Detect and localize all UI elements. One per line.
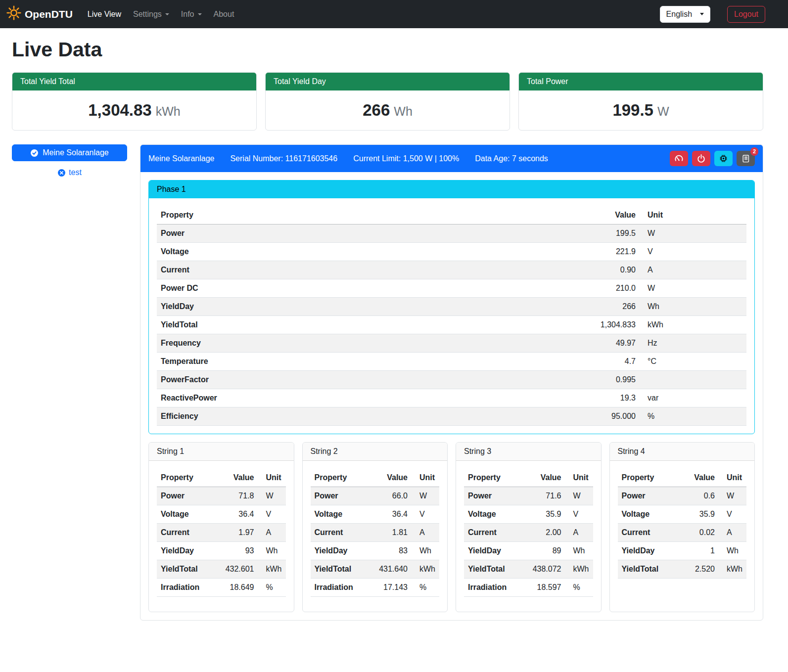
table-row: Power0.6W: [618, 487, 747, 505]
value-cell: 17.143: [375, 579, 412, 597]
string-table: Property Value Unit Power71.8WVoltage36.…: [157, 469, 286, 597]
column-unit: Unit: [412, 469, 439, 487]
nav-about[interactable]: About: [208, 6, 240, 23]
value-cell: 36.4: [375, 505, 412, 524]
value-cell: 83: [375, 542, 412, 560]
table-row: Current0.90A: [157, 261, 746, 279]
table-row: Irradiation18.649%: [157, 579, 286, 597]
value-cell: 1.81: [375, 524, 412, 542]
table-row: YieldDay266Wh: [157, 298, 746, 316]
value-cell: 1,304.833: [565, 316, 640, 334]
property-cell: Power DC: [157, 279, 565, 298]
logout-button[interactable]: Logout: [727, 6, 765, 23]
value-cell: 221.9: [565, 243, 640, 261]
unit-cell: A: [258, 524, 286, 542]
chevron-down-icon: [165, 13, 169, 15]
column-unit: Unit: [565, 469, 593, 487]
events-badge: 2: [750, 147, 758, 156]
unit-cell: %: [565, 579, 593, 597]
unit-cell: V: [258, 505, 286, 524]
unit-cell: A: [412, 524, 439, 542]
limit-settings-button[interactable]: [670, 151, 688, 166]
table-row: Power66.0W: [311, 487, 440, 505]
unit-cell: kWh: [640, 316, 746, 334]
nav-info[interactable]: Info: [175, 6, 208, 23]
navbar: OpenDTU Live View Settings Info About En…: [0, 0, 788, 28]
column-value: Value: [565, 206, 640, 224]
table-row: YieldDay93Wh: [157, 542, 286, 560]
value-cell: 2.00: [529, 524, 565, 542]
nav-settings-label: Settings: [133, 10, 162, 19]
unit-cell: W: [640, 224, 746, 243]
string-title: String 4: [610, 443, 755, 461]
value-cell: 0.995: [565, 371, 640, 389]
filter-test-link[interactable]: test: [69, 168, 82, 177]
string-table: Property Value Unit Power0.6WVoltage35.9…: [618, 469, 747, 579]
inverter-panel: Meine Solaranlage Serial Number: 1161716…: [140, 144, 763, 621]
table-row: YieldTotal431.640kWh: [311, 560, 440, 579]
nav-right: English Logout: [660, 6, 765, 23]
phase-table: Property Value Unit Power199.5WVoltage22…: [157, 206, 746, 426]
table-row: YieldTotal432.601kWh: [157, 560, 286, 579]
nav-settings[interactable]: Settings: [127, 6, 175, 23]
property-cell: YieldDay: [311, 542, 375, 560]
inverter-select-button[interactable]: Meine Solaranlage: [12, 144, 127, 161]
property-cell: YieldTotal: [311, 560, 375, 579]
power-button[interactable]: [692, 151, 710, 166]
inverter-limit: Current Limit: 1,500 W | 100%: [353, 154, 459, 163]
value-cell: 95.000: [565, 407, 640, 426]
column-property: Property: [464, 469, 529, 487]
table-row: YieldDay83Wh: [311, 542, 440, 560]
table-row: Power71.6W: [464, 487, 593, 505]
nav-live-view[interactable]: Live View: [82, 6, 127, 23]
string-title: String 1: [149, 443, 294, 461]
property-cell: YieldTotal: [618, 560, 684, 579]
table-row: Power71.8W: [157, 487, 286, 505]
unit-cell: Wh: [258, 542, 286, 560]
language-select[interactable]: English: [660, 6, 710, 23]
inverter-data-age: Data Age: 7 seconds: [475, 154, 548, 163]
unit-cell: W: [719, 487, 746, 505]
property-cell: Voltage: [311, 505, 375, 524]
value-cell: 19.3: [565, 389, 640, 407]
unit-cell: W: [565, 487, 593, 505]
property-cell: Power: [618, 487, 684, 505]
card-unit: W: [657, 104, 669, 118]
card-value: 266: [363, 101, 390, 119]
device-info-button[interactable]: [714, 151, 733, 166]
value-cell: 2.520: [683, 560, 719, 579]
string-body: Property Value Unit Power71.8WVoltage36.…: [149, 461, 294, 612]
value-cell: 266: [565, 298, 640, 316]
property-cell: Frequency: [157, 334, 565, 353]
property-cell: Current: [157, 524, 222, 542]
table-row: Current1.81A: [311, 524, 440, 542]
card-body: 199.5W: [519, 90, 763, 130]
table-row: Voltage35.9V: [618, 505, 747, 524]
event-log-button[interactable]: 2: [737, 151, 755, 166]
inverter-sidebar: Meine Solaranlage test: [12, 144, 127, 177]
property-cell: ReactivePower: [157, 389, 565, 407]
string-body: Property Value Unit Power0.6WVoltage35.9…: [610, 461, 755, 593]
property-cell: YieldDay: [464, 542, 529, 560]
string-table: Property Value Unit Power66.0WVoltage36.…: [311, 469, 440, 597]
value-cell: 71.6: [529, 487, 565, 505]
unit-cell: V: [719, 505, 746, 524]
card-unit: kWh: [156, 104, 181, 118]
table-row: Current2.00A: [464, 524, 593, 542]
value-cell: 431.640: [375, 560, 412, 579]
value-cell: 0.90: [565, 261, 640, 279]
unit-cell: %: [640, 407, 746, 426]
table-row: Power DC210.0W: [157, 279, 746, 298]
column-property: Property: [157, 206, 565, 224]
property-cell: PowerFactor: [157, 371, 565, 389]
unit-cell: %: [258, 579, 286, 597]
x-circle-icon[interactable]: [57, 169, 66, 177]
brand[interactable]: OpenDTU: [6, 5, 73, 23]
card-body: 266Wh: [266, 90, 510, 130]
unit-cell: °C: [640, 353, 746, 371]
column-value: Value: [222, 469, 258, 487]
unit-cell: V: [412, 505, 439, 524]
value-cell: 36.4: [222, 505, 258, 524]
value-cell: 438.072: [529, 560, 565, 579]
inverter-action-buttons: 2: [670, 151, 755, 166]
